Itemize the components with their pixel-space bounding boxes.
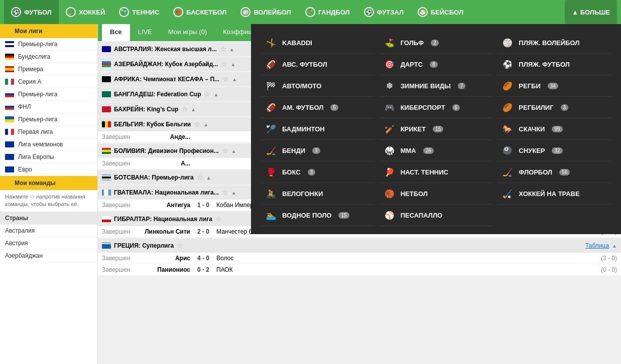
nav-handball[interactable]: 🤾 ГАНДБОЛ bbox=[298, 0, 357, 24]
collapse-bahrain[interactable]: ▲ bbox=[191, 107, 196, 112]
sport-winter[interactable]: ❄ ЗИМНИЕ ВИДЫ 7 bbox=[380, 75, 493, 97]
sport-aussie-football[interactable]: 🏈 АВС. ФУТБОЛ bbox=[261, 54, 375, 75]
flag-bahrain bbox=[102, 106, 111, 112]
sidebar-item-bundesliga[interactable]: Бундеслига bbox=[0, 51, 97, 63]
hockey-icon: 🏒 bbox=[66, 7, 76, 17]
league-header-greece[interactable]: ГРЕЦИЯ: Суперлига ☆ Таблица ▲ bbox=[98, 239, 621, 253]
sport-field-hockey[interactable]: 🏑 ХОККЕЙ НА ТРАВЕ bbox=[498, 183, 611, 205]
league-star-bolivia[interactable]: ☆ bbox=[222, 147, 228, 155]
collapse-bolivia[interactable]: ▲ bbox=[231, 148, 236, 154]
flag-botswana bbox=[102, 174, 111, 180]
nav-tennis[interactable]: 🎾 ТЕННИС bbox=[112, 0, 166, 24]
sidebar-item-premier-ru[interactable]: Премьер-лига bbox=[0, 88, 97, 101]
tab-all[interactable]: Все bbox=[102, 24, 130, 41]
match-row-greece-2: Завершен Паниониос 0 - 2 ПАОК (0 - 0) bbox=[98, 264, 621, 276]
boxing-icon: 🥊 bbox=[265, 166, 277, 178]
league-star-botswana[interactable]: ☆ bbox=[197, 173, 203, 181]
flag-bangladesh bbox=[102, 91, 111, 97]
sport-kabaddi[interactable]: 🤸 KABADDI bbox=[261, 32, 375, 54]
sport-waterpolo[interactable]: 🏊 ВОДНОЕ ПОЛО 15 bbox=[261, 205, 375, 226]
sport-auto-moto[interactable]: 🏁 АВТО/МОТО bbox=[261, 75, 375, 97]
sport-mma[interactable]: 🥋 МMA 26 bbox=[380, 140, 493, 161]
nav-basketball[interactable]: 🏀 БАСКЕТБОЛ bbox=[166, 0, 233, 24]
league-star-bahrain[interactable]: ☆ bbox=[181, 105, 188, 113]
collapse-guatemala[interactable]: ▲ bbox=[231, 190, 236, 196]
sport-cycling[interactable]: 🚴 ВЕЛОГОНКИ bbox=[261, 183, 375, 205]
sport-floorball[interactable]: 🏒 ФЛОРБОЛ 56 bbox=[498, 161, 611, 183]
nav-hockey[interactable]: 🏒 ХОККЕЙ bbox=[59, 0, 112, 24]
sidebar-item-champions[interactable]: Лига чемпионов bbox=[0, 138, 97, 151]
sport-pesapallo[interactable]: ⚾ ПЕСАПАЛЛО bbox=[380, 205, 493, 226]
league-star-azerbaijan[interactable]: ☆ bbox=[221, 60, 227, 68]
flag-gibraltar bbox=[102, 216, 111, 222]
sport-rugby-league[interactable]: 🏉 РЕГБИЛИГ 3 bbox=[498, 97, 611, 118]
league-star-greece[interactable]: ☆ bbox=[177, 242, 183, 250]
golf-icon: ⛳ bbox=[384, 37, 396, 49]
collapse-africa[interactable]: ▲ bbox=[232, 77, 237, 82]
sport-bandy[interactable]: 🏒 БЕНДИ 3 bbox=[261, 140, 375, 161]
league-star-bangladesh[interactable]: ☆ bbox=[204, 90, 210, 98]
sport-golf[interactable]: ⛳ ГОЛЬФ 2 bbox=[380, 32, 493, 54]
sport-beach-volleyball[interactable]: 🏐 ПЛЯЖ. ВОЛЕЙБОЛ bbox=[498, 32, 611, 54]
sidebar-item-europa[interactable]: Лига Европы bbox=[0, 151, 97, 163]
esports-icon: 🎮 bbox=[384, 101, 396, 113]
collapse-belgium[interactable]: ▲ bbox=[203, 122, 208, 127]
sidebar-item-fnl[interactable]: ФНЛ bbox=[0, 101, 97, 113]
tab-my-games[interactable]: Мои игры (0) bbox=[160, 24, 215, 41]
league-star-australia[interactable]: ☆ bbox=[220, 45, 226, 53]
sidebar-item-primera[interactable]: Примера bbox=[0, 63, 97, 76]
sidebar-item-premier-ua[interactable]: Премьер-лига bbox=[0, 113, 97, 126]
league-star-guatemala[interactable]: ☆ bbox=[222, 189, 228, 197]
auto-moto-icon: 🏁 bbox=[265, 80, 277, 92]
league-greece: ГРЕЦИЯ: Суперлига ☆ Таблица ▲ Завершен А… bbox=[98, 239, 621, 276]
sport-esports[interactable]: 🎮 КИБЕРСПОРТ 6 bbox=[380, 97, 493, 118]
league-star-africa[interactable]: ☆ bbox=[222, 75, 229, 83]
sidebar: ★ Мои лиги Премьер-лига Бундеслига Приме… bbox=[0, 24, 98, 364]
sport-beach-soccer[interactable]: ⚽ ПЛЯЖ. ФУТБОЛ bbox=[498, 54, 611, 75]
sport-darts[interactable]: 🎯 ДАРТС 8 bbox=[380, 54, 493, 75]
country-australia[interactable]: Австралия bbox=[0, 225, 97, 237]
nav-futsal[interactable]: ⚽ ФУТЗАЛ bbox=[357, 0, 411, 24]
league-star-belgium[interactable]: ☆ bbox=[194, 120, 200, 128]
collapse-bangladesh[interactable]: ▲ bbox=[213, 92, 218, 97]
league-star-gibraltar[interactable]: ☆ bbox=[215, 215, 222, 223]
top-navigation: ⚽ ФУТБОЛ 🏒 ХОККЕЙ 🎾 ТЕННИС 🏀 БАСКЕТБОЛ 🏐… bbox=[0, 0, 621, 24]
kabaddi-icon: 🤸 bbox=[265, 37, 277, 49]
flag-it bbox=[5, 79, 14, 85]
sidebar-item-euro[interactable]: Евро bbox=[0, 163, 97, 176]
nav-football[interactable]: ⚽ ФУТБОЛ bbox=[4, 0, 59, 24]
sidebar-item-ligue1[interactable]: Первая лига bbox=[0, 126, 97, 138]
sport-rugby[interactable]: 🏉 РЕГБИ 34 bbox=[498, 75, 611, 97]
flag-ua bbox=[5, 116, 14, 122]
horse-racing-icon: 🐎 bbox=[502, 123, 514, 135]
baseball-icon: ⚾ bbox=[418, 7, 428, 17]
star-icon: ★ bbox=[5, 27, 12, 35]
sport-tabletennis[interactable]: 🏓 НАСТ. ТЕННИС bbox=[380, 161, 493, 183]
nav-more[interactable]: ▲ БОЛЬШЕ bbox=[565, 0, 617, 24]
sport-cricket[interactable]: 🏏 КРИКЕТ 15 bbox=[380, 118, 493, 140]
collapse-australia[interactable]: ▲ bbox=[229, 47, 234, 52]
nav-baseball[interactable]: ⚾ БЕЙСБОЛ bbox=[411, 0, 470, 24]
sport-badminton[interactable]: 🏸 БАДМИНТОН bbox=[261, 118, 375, 140]
league-table-link-greece[interactable]: Таблица bbox=[585, 242, 609, 249]
rugby-league-icon: 🏉 bbox=[502, 101, 514, 113]
nav-volleyball[interactable]: 🏐 ВОЛЕЙБОЛ bbox=[233, 0, 298, 24]
collapse-botswana[interactable]: ▲ bbox=[206, 175, 211, 180]
futsal-icon: ⚽ bbox=[364, 7, 374, 17]
collapse-greece[interactable]: ▲ bbox=[612, 243, 617, 249]
pesapallo-icon: ⚾ bbox=[384, 209, 396, 221]
beach-volleyball-icon: 🏐 bbox=[502, 37, 514, 49]
tab-live[interactable]: LIVE bbox=[130, 24, 160, 41]
cricket-icon: 🏏 bbox=[384, 123, 396, 135]
collapse-azerbaijan[interactable]: ▲ bbox=[230, 62, 235, 67]
sport-snooker[interactable]: 🎱 СНУКЕР 32 bbox=[498, 140, 611, 161]
flag-es bbox=[5, 66, 14, 72]
sidebar-item-premier-gb[interactable]: Премьер-лига bbox=[0, 38, 97, 51]
sidebar-item-serie-a[interactable]: Серия А bbox=[0, 76, 97, 88]
country-azerbaijan[interactable]: Азербайджан bbox=[0, 250, 97, 262]
country-austria[interactable]: Австрия bbox=[0, 237, 97, 250]
sport-american-football[interactable]: 🏈 АМ. ФУТБОЛ 5 bbox=[261, 97, 375, 118]
sport-horse-racing[interactable]: 🐎 СКАЧКИ 99 bbox=[498, 118, 611, 140]
sport-netball[interactable]: 🏀 НЕТБОЛ bbox=[380, 183, 493, 205]
sport-boxing[interactable]: 🥊 БОКС 3 bbox=[261, 161, 375, 183]
